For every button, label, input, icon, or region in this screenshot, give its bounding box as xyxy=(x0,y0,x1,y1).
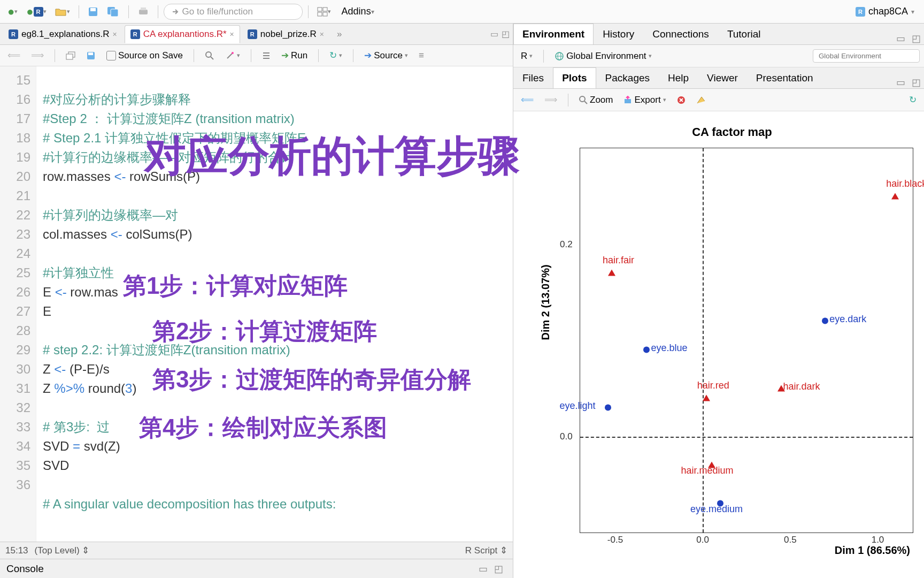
y-axis-label: Dim 2 (13.07%) xyxy=(540,264,552,340)
maximize-pane-icon[interactable]: ◰ xyxy=(502,29,510,39)
y-tick: 0.0 xyxy=(560,431,573,442)
save-button[interactable] xyxy=(84,4,102,19)
cursor-position: 15:13 xyxy=(5,545,28,556)
find-button[interactable] xyxy=(202,49,218,63)
console-tab[interactable]: Console xyxy=(6,563,44,575)
new-r-file-button[interactable]: ●R▾ xyxy=(23,3,49,21)
more-tabs[interactable]: » xyxy=(332,26,347,43)
svg-rect-3 xyxy=(111,9,118,17)
plots-toolbar: ⟸ ⟹ Zoom Export ▾ ↻ xyxy=(513,89,924,111)
environment-toolbar: R ▾ Global Environment ▾ xyxy=(513,45,924,67)
close-icon[interactable]: × xyxy=(320,30,324,39)
minimize-pane-icon[interactable]: ▭ xyxy=(893,77,908,88)
plot-back-button[interactable]: ⟸ xyxy=(518,92,537,108)
run-button[interactable]: ➔Run xyxy=(278,48,311,63)
minimize-pane-icon[interactable]: ▭ xyxy=(475,563,491,575)
save-button[interactable] xyxy=(83,49,99,63)
svg-line-25 xyxy=(584,101,587,104)
chart-point: eye.light xyxy=(605,402,611,413)
rerun-button[interactable]: ↻▾ xyxy=(326,48,345,63)
tab-files[interactable]: Files xyxy=(513,67,553,88)
r-engine-menu[interactable]: R ▾ xyxy=(518,49,536,64)
y-tick: 0.2 xyxy=(560,239,573,250)
tab-plots[interactable]: Plots xyxy=(553,67,596,88)
tab-packages[interactable]: Packages xyxy=(596,67,659,88)
show-in-new-window[interactable] xyxy=(63,49,79,62)
maximize-pane-icon[interactable]: ◰ xyxy=(491,563,506,575)
x-tick: 1.0 xyxy=(872,535,884,545)
globe-icon xyxy=(555,51,564,61)
x-tick: 0.5 xyxy=(784,535,797,545)
addins-menu[interactable]: Addins ▾ xyxy=(336,4,380,19)
magic-wand-button[interactable]: ▾ xyxy=(222,49,243,63)
close-icon[interactable]: × xyxy=(230,30,234,39)
svg-point-17 xyxy=(232,52,234,54)
save-all-button[interactable] xyxy=(104,4,123,19)
open-file-button[interactable]: ▾ xyxy=(52,5,73,19)
tab-ca-explanations[interactable]: RCA explanantions.R*× xyxy=(125,25,240,43)
tab-presentation[interactable]: Presentation xyxy=(747,67,822,88)
forward-button[interactable]: ⟹ xyxy=(28,48,47,63)
svg-rect-8 xyxy=(318,12,322,16)
project-menu[interactable]: R chap8CA ▾ xyxy=(850,4,920,19)
tab-nobel[interactable]: Rnobel_prize.R× xyxy=(242,26,329,43)
new-file-button[interactable]: ●▾ xyxy=(4,3,21,21)
tab-connections[interactable]: Connections xyxy=(643,24,718,44)
svg-point-14 xyxy=(206,52,211,57)
console-tab-bar: Console ▭ ◰ xyxy=(0,559,513,578)
minimize-pane-icon[interactable]: ▭ xyxy=(893,33,908,44)
editor-toolbar: ⟸ ⟹ Source on Save ▾ ➔Run ↻▾ ➔Source▾ ≡ xyxy=(0,45,513,66)
print-button[interactable] xyxy=(134,4,152,19)
x-tick: 0.0 xyxy=(696,535,709,545)
svg-line-16 xyxy=(227,53,233,58)
chart-point: hair.red xyxy=(703,392,710,404)
chart-point: hair.black xyxy=(891,191,899,202)
panes-button[interactable]: ▾ xyxy=(314,5,334,19)
svg-point-24 xyxy=(580,96,585,102)
minimize-pane-icon[interactable]: ▭ xyxy=(490,29,498,39)
main-toolbar: ●▾ ●R▾ ▾ Go to file/function ▾ Addins ▾ … xyxy=(0,0,924,24)
tab-history[interactable]: History xyxy=(594,24,643,44)
goto-search[interactable]: Go to file/function xyxy=(164,4,303,20)
back-button[interactable]: ⟸ xyxy=(4,48,24,63)
chart-point: hair.dark xyxy=(777,383,785,394)
plot-forward-button[interactable]: ⟹ xyxy=(541,92,560,108)
tab-help[interactable]: Help xyxy=(659,67,698,88)
maximize-pane-icon[interactable]: ◰ xyxy=(908,77,924,88)
file-tabs: Reg8.1_explanations.R× RCA explanantions… xyxy=(0,24,513,45)
document-outline-icon[interactable]: ≡ xyxy=(415,48,427,63)
tab-tutorial[interactable]: Tutorial xyxy=(718,24,770,44)
x-axis-label: Dim 1 (86.56%) xyxy=(835,544,910,557)
goto-arrow-icon xyxy=(172,8,179,16)
svg-rect-11 xyxy=(66,54,73,59)
close-icon[interactable]: × xyxy=(112,30,117,39)
chart-point: hair.medium xyxy=(708,460,715,471)
tab-eg81[interactable]: Reg8.1_explanations.R× xyxy=(3,26,122,43)
environment-search[interactable] xyxy=(813,49,920,63)
refresh-plot-button[interactable]: ↻ xyxy=(906,92,920,108)
remove-plot-button[interactable] xyxy=(674,94,689,107)
chart-point: hair.fair xyxy=(608,268,615,279)
line-gutter: 15161718 19202122 23242526 27282930 3132… xyxy=(0,66,36,542)
code-content[interactable]: #对应分析的计算步骤解释 #Step 2 ： 计算过渡矩阵Z (transiti… xyxy=(36,66,513,542)
maximize-pane-icon[interactable]: ◰ xyxy=(908,33,924,44)
environment-tabs: Environment History Connections Tutorial… xyxy=(513,24,924,45)
tab-viewer[interactable]: Viewer xyxy=(698,67,747,88)
ca-factor-map: CA factor map Dim 2 (13.07%) Dim 1 (86.5… xyxy=(545,143,919,557)
source-menu[interactable]: ➔Source▾ xyxy=(361,48,411,63)
plot-area: CA factor map Dim 2 (13.07%) Dim 1 (86.5… xyxy=(513,111,924,578)
zoom-button[interactable]: Zoom xyxy=(576,93,616,108)
file-type-selector[interactable]: R Script ⇕ xyxy=(465,545,507,556)
svg-rect-26 xyxy=(625,99,631,103)
clear-plots-button[interactable] xyxy=(693,94,709,107)
svg-rect-7 xyxy=(323,7,327,11)
global-env-menu[interactable]: Global Environment ▾ xyxy=(551,49,654,64)
code-editor[interactable]: 15161718 19202122 23242526 27282930 3132… xyxy=(0,66,513,542)
source-on-save-checkbox[interactable]: Source on Save xyxy=(103,48,186,63)
tab-environment[interactable]: Environment xyxy=(513,24,594,44)
outline-button[interactable] xyxy=(259,49,274,62)
export-menu[interactable]: Export ▾ xyxy=(620,93,669,108)
svg-rect-4 xyxy=(139,10,148,14)
x-tick: -0.5 xyxy=(607,535,623,545)
scope-selector[interactable]: (Top Level) ⇕ xyxy=(35,545,90,556)
